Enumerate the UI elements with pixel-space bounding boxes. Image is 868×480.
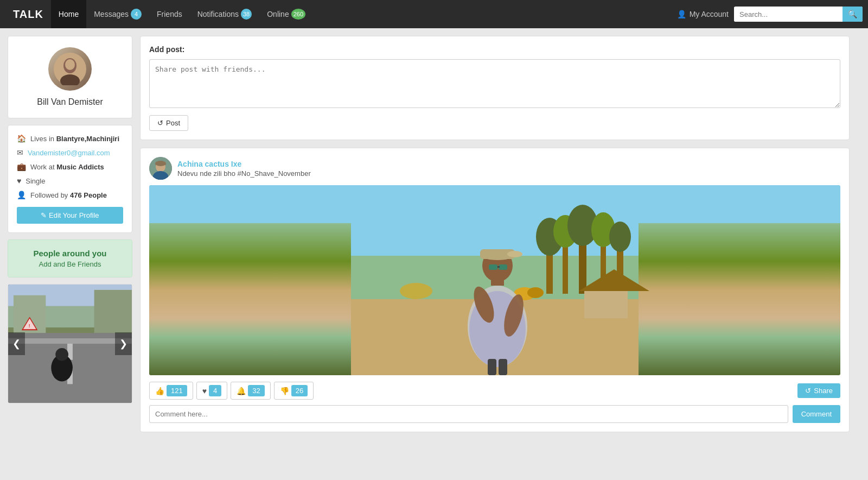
followers-text: Followed by 476 People	[30, 191, 107, 199]
carousel-next-button[interactable]: ❯	[115, 332, 132, 355]
svg-text:!: !	[29, 323, 30, 329]
my-account-link[interactable]: 👤 My Account	[677, 10, 729, 18]
notifications-badge: 38	[241, 9, 252, 20]
location-label: Lives in Blantyre,Machinjiri	[30, 135, 119, 143]
dislike-count: 26	[291, 385, 308, 396]
carousel-scene: !	[8, 285, 132, 403]
relationship-status: Single	[25, 177, 45, 185]
nav-notifications[interactable]: Notifications 38	[190, 0, 260, 28]
nav-friends[interactable]: Friends	[149, 0, 190, 28]
profile-name: Bill Van Demister	[17, 97, 123, 107]
people-around-card: People around you Add and Be Friends	[8, 239, 132, 277]
search-button[interactable]: 🔍	[843, 7, 863, 22]
nav-online[interactable]: Online 260	[259, 0, 313, 28]
post-image	[149, 185, 840, 375]
comment-button[interactable]: Comment	[793, 405, 840, 423]
react-icon: 🔔	[237, 387, 246, 395]
svg-rect-6	[8, 338, 132, 344]
followers-row: 👤 Followed by 476 People	[17, 191, 123, 199]
svg-point-38	[527, 287, 544, 298]
home-icon: 🏠	[17, 134, 26, 143]
thumbs-down-icon: 👎	[280, 387, 289, 395]
author-info: Achina cactus Ixe Ndevu nde zili bho #No…	[177, 160, 311, 178]
edit-profile-button[interactable]: ✎ Edit Your Profile	[17, 207, 123, 224]
app-brand: TALK	[5, 8, 51, 21]
reaction-bar: 👍 121 ♥ 4 🔔 32 👎 26 ↺ Share	[149, 382, 840, 400]
main-layout: Bill Van Demister 🏠 Lives in Blantyre,Ma…	[0, 28, 857, 447]
work-text: Work at Music Addicts	[30, 163, 104, 171]
add-post-card: Add post: ↺ Post	[140, 36, 850, 140]
add-post-label: Add post:	[149, 45, 840, 54]
search-input[interactable]	[734, 7, 843, 22]
react-count: 32	[248, 385, 264, 396]
svg-rect-49	[489, 264, 497, 270]
author-avatar	[149, 157, 172, 180]
avatar-image	[54, 53, 86, 85]
person-icon: 👤	[17, 191, 26, 199]
post-textarea[interactable]	[149, 59, 840, 108]
comment-row: Comment	[149, 405, 840, 423]
people-around-subtitle: Add and Be Friends	[17, 260, 123, 268]
post-icon: ↺	[157, 119, 163, 127]
svg-point-39	[400, 283, 432, 299]
thumbs-up-icon: 👍	[155, 387, 164, 395]
feed-post: Achina cactus Ixe Ndevu nde zili bho #No…	[140, 148, 850, 432]
navbar: TALK Home Messages 4 Friends Notificatio…	[0, 0, 868, 28]
carousel-image: !	[8, 285, 132, 403]
carousel-prev-button[interactable]: ❮	[8, 332, 25, 355]
nav-messages[interactable]: Messages 4	[86, 0, 149, 28]
svg-rect-51	[497, 266, 500, 268]
heart-reaction-icon: ♥	[202, 387, 207, 395]
svg-point-3	[65, 59, 75, 70]
work-icon: 💼	[17, 162, 26, 171]
avatar	[48, 47, 92, 91]
svg-rect-50	[499, 264, 507, 270]
post-text: Ndevu nde zili bho #No_Shave_November	[177, 169, 311, 178]
svg-point-13	[55, 348, 68, 361]
heart-button[interactable]: ♥ 4	[196, 382, 228, 400]
heart-count: 4	[209, 385, 221, 396]
user-icon: 👤	[677, 10, 686, 18]
profile-card: Bill Van Demister	[8, 36, 132, 118]
online-badge: 260	[291, 9, 305, 20]
svg-rect-9	[94, 290, 132, 333]
nav-home[interactable]: Home	[51, 0, 86, 28]
post-scene-svg	[149, 185, 840, 375]
search-bar: 🔍	[734, 7, 863, 22]
sidebar: Bill Van Demister 🏠 Lives in Blantyre,Ma…	[8, 36, 132, 440]
svg-rect-21	[155, 163, 166, 165]
share-icon: ↺	[805, 387, 811, 395]
svg-point-48	[507, 251, 522, 257]
location-row: 🏠 Lives in Blantyre,Machinjiri	[17, 134, 123, 143]
edit-icon: ✎	[41, 211, 49, 219]
post-button[interactable]: ↺ Post	[149, 115, 188, 131]
react-button[interactable]: 🔔 32	[231, 382, 270, 400]
svg-point-34	[609, 222, 631, 252]
comment-input[interactable]	[149, 405, 788, 423]
nav-right: 👤 My Account 🔍	[677, 7, 863, 22]
like-count: 121	[167, 385, 187, 396]
svg-rect-35	[584, 291, 628, 318]
info-card: 🏠 Lives in Blantyre,Machinjiri ✉ Vandemi…	[8, 125, 132, 233]
author-name-link[interactable]: Achina cactus Ixe	[177, 160, 241, 168]
nav-links: Home Messages 4 Friends Notifications 38…	[51, 0, 677, 28]
relationship-row: ♥ Single	[17, 176, 123, 185]
email-icon: ✉	[17, 148, 23, 157]
author-avatar-image	[149, 157, 172, 180]
content-area: Add post: ↺ Post	[140, 36, 850, 440]
svg-rect-53	[499, 359, 507, 375]
people-around-title: People around you	[17, 249, 123, 258]
work-row: 💼 Work at Music Addicts	[17, 162, 123, 171]
share-button[interactable]: ↺ Share	[797, 383, 840, 398]
messages-badge: 4	[131, 9, 142, 20]
carousel: ❮	[8, 284, 132, 403]
heart-icon: ♥	[17, 176, 21, 185]
email-link[interactable]: Vandemister0@gmail.com	[28, 149, 110, 157]
dislike-button[interactable]: 👎 26	[274, 382, 314, 400]
post-author-row: Achina cactus Ixe Ndevu nde zili bho #No…	[149, 157, 840, 180]
svg-rect-52	[488, 359, 496, 375]
email-row: ✉ Vandemister0@gmail.com	[17, 148, 123, 157]
like-button[interactable]: 👍 121	[149, 382, 193, 400]
